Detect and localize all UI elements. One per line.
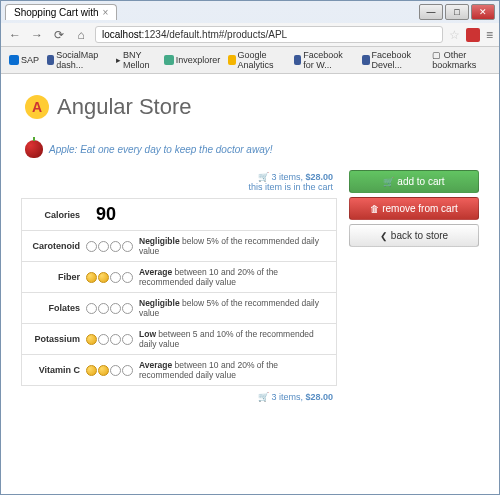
dot-icon	[122, 303, 133, 314]
bookmarks-bar: SAP SocialMap dash... ▸ BNY Mellon Invex…	[1, 47, 499, 74]
rating-dots	[86, 272, 133, 283]
dot-icon	[110, 334, 121, 345]
dot-icon	[86, 272, 97, 283]
window-close-button[interactable]: ✕	[471, 4, 495, 20]
rating-dots	[86, 334, 133, 345]
dot-icon	[86, 241, 97, 252]
product-image-icon	[25, 140, 43, 158]
dot-icon	[86, 303, 97, 314]
favicon-icon	[164, 55, 174, 65]
bookmark-item[interactable]: Invexplorer	[164, 55, 221, 65]
extension-icon[interactable]	[466, 28, 480, 42]
dot-icon	[122, 365, 133, 376]
nutrition-row: Vitamin CAverage between 10 and 20% of t…	[22, 355, 336, 385]
favicon-icon	[362, 55, 369, 65]
other-bookmarks[interactable]: ▢ Other bookmarks	[432, 50, 491, 70]
cart-summary-top: 🛒 3 items, $28.00 this item is in the ca…	[21, 170, 337, 198]
rating-dots	[86, 365, 133, 376]
favicon-icon	[47, 55, 54, 65]
tab-close-icon[interactable]: ×	[103, 7, 109, 18]
back-icon[interactable]: ←	[7, 27, 23, 43]
dot-icon	[110, 241, 121, 252]
nutrient-label: Carotenoid	[28, 241, 86, 251]
bookmark-item[interactable]: Google Analytics	[228, 50, 286, 70]
nutrient-desc: Negligible below 5% of the recommended d…	[139, 236, 330, 256]
nutrient-desc: Average between 10 and 20% of the recomm…	[139, 267, 330, 287]
nutrition-row: CarotenoidNegligible below 5% of the rec…	[22, 231, 336, 262]
maximize-button[interactable]: □	[445, 4, 469, 20]
bookmark-item[interactable]: SAP	[9, 55, 39, 65]
tab-title: Shopping Cart with	[14, 7, 99, 18]
nutrient-label: Folates	[28, 303, 86, 313]
minimize-button[interactable]: —	[419, 4, 443, 20]
bookmark-item[interactable]: SocialMap dash...	[47, 50, 108, 70]
dot-icon	[122, 272, 133, 283]
back-to-store-button[interactable]: ❮back to store	[349, 224, 479, 247]
nutrient-desc: Average between 10 and 20% of the recomm…	[139, 360, 330, 380]
remove-from-cart-button[interactable]: 🗑remove from cart	[349, 197, 479, 220]
store-logo-icon	[25, 95, 49, 119]
favicon-icon	[9, 55, 19, 65]
dot-icon	[98, 334, 109, 345]
cart-summary-bottom: 🛒 3 items, $28.00	[21, 386, 337, 408]
url-bar[interactable]: localhost:1234/default.htm#/products/APL	[95, 26, 443, 43]
calories-value: 90	[86, 204, 116, 225]
nutrient-label: Fiber	[28, 272, 86, 282]
dot-icon	[98, 241, 109, 252]
menu-icon[interactable]: ≡	[486, 28, 493, 42]
nutrition-row: FiberAverage between 10 and 20% of the r…	[22, 262, 336, 293]
dot-icon	[110, 365, 121, 376]
nutrient-label: Potassium	[28, 334, 86, 344]
page-title: Angular Store	[57, 94, 192, 120]
browser-tab[interactable]: Shopping Cart with ×	[5, 4, 117, 20]
reload-icon[interactable]: ⟳	[51, 27, 67, 43]
dot-icon	[110, 303, 121, 314]
favicon-icon	[294, 55, 301, 65]
home-icon[interactable]: ⌂	[73, 27, 89, 43]
favicon-icon	[228, 55, 235, 65]
nutrient-desc: Low between 5 and 10% of the recommended…	[139, 329, 330, 349]
add-to-cart-button[interactable]: 🛒add to cart	[349, 170, 479, 193]
dot-icon	[98, 365, 109, 376]
cart-icon: 🛒	[258, 392, 269, 402]
bookmark-item[interactable]: Facebook Devel...	[362, 50, 424, 70]
nutrition-table: Calories 90 CarotenoidNegligible below 5…	[21, 198, 337, 386]
calories-label: Calories	[28, 210, 86, 220]
dot-icon	[122, 241, 133, 252]
trash-icon: 🗑	[370, 204, 379, 214]
cart-icon: 🛒	[383, 177, 394, 187]
bookmark-star-icon[interactable]: ☆	[449, 28, 460, 42]
bookmark-item[interactable]: ▸ BNY Mellon	[116, 50, 156, 70]
nutrition-row: FolatesNegligible below 5% of the recomm…	[22, 293, 336, 324]
nutrient-desc: Negligible below 5% of the recommended d…	[139, 298, 330, 318]
dot-icon	[98, 272, 109, 283]
dot-icon	[86, 334, 97, 345]
nutrient-label: Vitamin C	[28, 365, 86, 375]
product-tagline: Apple: Eat one every day to keep the doc…	[49, 144, 272, 155]
bookmark-item[interactable]: Facebook for W...	[294, 50, 354, 70]
nutrition-row: PotassiumLow between 5 and 10% of the re…	[22, 324, 336, 355]
rating-dots	[86, 241, 133, 252]
dot-icon	[86, 365, 97, 376]
rating-dots	[86, 303, 133, 314]
chevron-left-icon: ❮	[380, 231, 388, 241]
forward-icon[interactable]: →	[29, 27, 45, 43]
dot-icon	[110, 272, 121, 283]
cart-icon: 🛒	[258, 172, 269, 182]
dot-icon	[98, 303, 109, 314]
dot-icon	[122, 334, 133, 345]
